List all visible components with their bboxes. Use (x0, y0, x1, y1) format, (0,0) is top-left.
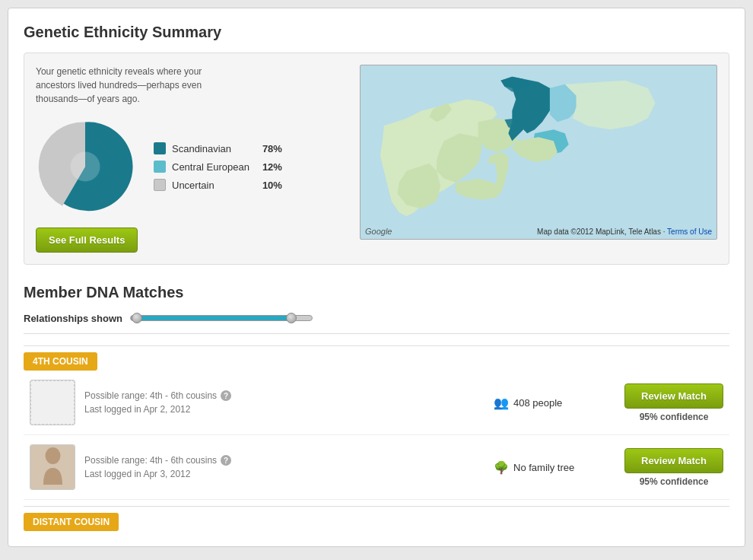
map-attribution-text: Map data ©2012 MapLink, Tele Atlas · (537, 228, 667, 236)
notree-icon-2: 🌳 (494, 460, 509, 475)
relationships-label: Relationships shown (24, 313, 122, 324)
legend-label-uncertain: Uncertain (172, 180, 249, 191)
legend-percent-central: 12% (256, 161, 282, 173)
category-distant-cousin: DISTANT COUSIN (24, 506, 729, 531)
match-last-login-2: Last logged in Apr 3, 2012 (84, 469, 485, 479)
match-actions-1: Review Match 95% confidence (624, 383, 723, 422)
match-info-2: Possible range: 4th - 6th cousins ? Last… (84, 455, 485, 479)
google-label: Google (365, 227, 392, 236)
pie-center (71, 152, 100, 182)
see-full-results-button[interactable]: See Full Results (36, 228, 138, 253)
ethnicity-left: Your genetic ethnicity reveals where you… (36, 65, 348, 253)
legend-percent-scandinavian: 78% (256, 143, 282, 154)
legend-item-uncertain: Uncertain 10% (154, 179, 282, 191)
pie-chart-svg (36, 117, 135, 216)
match-tree-1: 👥 408 people (494, 396, 615, 410)
legend-item-scandinavian: Scandinavian 78% (154, 142, 282, 154)
match-info-1: Possible range: 4th - 6th cousins ? Last… (84, 390, 485, 415)
pie-chart (36, 117, 135, 216)
main-container: Genetic Ethnicity Summary Your genetic e… (8, 8, 745, 547)
match-actions-2: Review Match 95% confidence (624, 448, 723, 487)
avatar-silhouette-svg (40, 447, 66, 488)
legend-label-central: Central European (172, 161, 249, 173)
legend-percent-uncertain: 10% (256, 180, 282, 191)
terms-of-use-link[interactable]: Terms of Use (667, 228, 712, 236)
distant-cousin-badge: DISTANT COUSIN (24, 513, 119, 531)
people-icon-1: 👥 (494, 396, 509, 410)
slider-handle-right[interactable] (286, 313, 297, 323)
range-slider[interactable] (130, 310, 313, 326)
match-row-2: Possible range: 4th - 6th cousins ? Last… (24, 435, 729, 500)
category-4th-cousin: 4TH COUSIN (24, 345, 729, 371)
legend-color-uncertain (154, 179, 166, 191)
match-tree-count-1: 408 people (513, 397, 562, 409)
match-last-login-1: Last logged in Apr 2, 2012 (84, 404, 485, 415)
match-range-1: Possible range: 4th - 6th cousins ? (84, 390, 485, 401)
ethnicity-section: Genetic Ethnicity Summary Your genetic e… (24, 24, 729, 265)
help-icon-1[interactable]: ? (221, 390, 231, 401)
relationships-row: Relationships shown (24, 310, 729, 334)
dna-section-title: Member DNA Matches (24, 284, 729, 301)
pie-legend-row: Scandinavian 78% Central European 12% Un… (36, 117, 282, 216)
match-range-text-1: Possible range: 4th - 6th cousins (84, 390, 217, 401)
match-avatar-2 (30, 444, 75, 490)
legend: Scandinavian 78% Central European 12% Un… (154, 142, 282, 191)
map-attribution: Map data ©2012 MapLink, Tele Atlas · Ter… (537, 228, 712, 236)
review-match-button-1[interactable]: Review Match (624, 383, 723, 409)
confidence-2: 95% confidence (640, 476, 709, 487)
svg-point-0 (45, 447, 60, 464)
dna-matches-section: Member DNA Matches Relationships shown 4… (24, 284, 729, 531)
match-avatar-1 (30, 380, 75, 425)
ethnicity-box: Your genetic ethnicity reveals where you… (24, 52, 729, 265)
slider-track (130, 315, 313, 321)
match-row-1: Possible range: 4th - 6th cousins ? Last… (24, 371, 729, 435)
match-range-2: Possible range: 4th - 6th cousins ? (84, 455, 485, 466)
review-match-button-2[interactable]: Review Match (624, 448, 723, 473)
match-tree-count-2: No family tree (513, 462, 574, 473)
ethnicity-description: Your genetic ethnicity reveals where you… (36, 65, 203, 106)
avatar-placeholder-2 (30, 445, 75, 489)
4th-cousin-badge: 4TH COUSIN (24, 352, 97, 371)
match-range-text-2: Possible range: 4th - 6th cousins (84, 455, 217, 466)
legend-color-scandinavian (154, 142, 166, 154)
map-container: Google Map data ©2012 MapLink, Tele Atla… (360, 65, 717, 240)
legend-item-central: Central European 12% (154, 161, 282, 173)
avatar-blank-1 (30, 380, 75, 425)
legend-color-central (154, 161, 166, 173)
legend-label-scandinavian: Scandinavian (172, 143, 249, 154)
slider-handle-left[interactable] (132, 313, 142, 323)
help-icon-2[interactable]: ? (221, 455, 231, 466)
ethnicity-title: Genetic Ethnicity Summary (24, 24, 729, 41)
confidence-1: 95% confidence (640, 412, 709, 422)
match-tree-2: 🌳 No family tree (494, 460, 615, 475)
map-svg (361, 65, 716, 239)
